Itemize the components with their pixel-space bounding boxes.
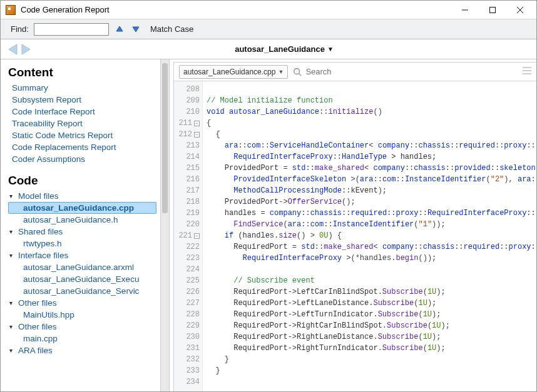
- code-search-input[interactable]: [305, 67, 518, 76]
- page-dropdown[interactable]: autosar_LaneGuidance ▼: [38, 44, 530, 54]
- chevron-down-icon: ▼: [278, 69, 284, 75]
- sidebar-file[interactable]: rtwtypes.h: [8, 238, 156, 249]
- sidebar-link[interactable]: Summary: [8, 82, 156, 94]
- sidebar-link[interactable]: Static Code Metrics Report: [8, 129, 156, 141]
- sidebar-link[interactable]: Code Replacements Report: [8, 141, 156, 153]
- chevron-down-icon: ▾: [9, 323, 16, 330]
- fold-toggle[interactable]: −: [194, 121, 200, 126]
- find-label: Find:: [7, 24, 29, 34]
- gutter-line: 211−: [174, 118, 200, 129]
- gutter-line: 224: [174, 264, 200, 275]
- sub-header: autosar_LaneGuidance ▼: [1, 39, 536, 59]
- editor-toolbar: autosar_LaneGuidance.cpp ▼: [174, 63, 536, 81]
- find-next-button[interactable]: [130, 24, 141, 35]
- code-line: // Subscribe event: [207, 275, 533, 286]
- fold-toggle[interactable]: −: [194, 233, 200, 239]
- sidebar-group-label: Model files: [18, 191, 59, 201]
- svg-marker-5: [133, 27, 139, 32]
- chevron-down-icon: ▾: [9, 252, 16, 259]
- gutter-line: 230: [174, 331, 200, 343]
- nav-back-button[interactable]: [7, 43, 19, 56]
- code-line: RequiredPort->LeftLaneDistance.Subscribe…: [207, 298, 533, 309]
- sidebar-file[interactable]: autosar_LaneGuidance_Execu: [8, 273, 156, 285]
- sidebar-group-label: Other files: [18, 322, 57, 331]
- sidebar-group[interactable]: ▾ARA files: [8, 344, 156, 356]
- code-line: // Model initialize function: [207, 95, 533, 106]
- sidebar-group[interactable]: ▾Interface files: [8, 249, 156, 261]
- minimize-button[interactable]: [451, 1, 479, 19]
- sidebar-scrollbar[interactable]: [160, 59, 169, 391]
- gutter-line: 209: [174, 95, 200, 106]
- maximize-button[interactable]: [479, 1, 506, 19]
- match-case-toggle[interactable]: Match Case: [146, 24, 193, 34]
- nav-forward-button[interactable]: [19, 43, 32, 56]
- code-line: }: [207, 354, 533, 365]
- gutter-line: 219: [174, 208, 200, 219]
- code-line: ProvidedInterfaceSkeleton >(ara::com::In…: [207, 174, 533, 185]
- code-line: RequiredPort->LeftCarInBlindSpot.Subscri…: [207, 286, 533, 298]
- sidebar-group[interactable]: ▾Other files: [8, 297, 156, 309]
- svg-marker-6: [9, 44, 17, 54]
- code-line: [207, 84, 533, 95]
- sidebar-heading-content: Content: [8, 66, 156, 79]
- gutter-line: 212−: [174, 129, 200, 140]
- close-button[interactable]: [506, 1, 534, 19]
- window-title: Code Generation Report: [21, 5, 110, 14]
- sidebar-file[interactable]: autosar_LaneGuidance.h: [8, 214, 156, 226]
- find-prev-button[interactable]: [114, 24, 125, 35]
- code-editor[interactable]: 208209210211−212−21321421521621721821922…: [174, 81, 536, 391]
- gutter-line: 233: [174, 365, 200, 376]
- sidebar-file[interactable]: autosar_LaneGuidance_Servic: [8, 285, 156, 297]
- code-content: // Model initialize functionvoid autosar…: [203, 81, 536, 391]
- sidebar-link[interactable]: Subsystem Report: [8, 94, 156, 106]
- gutter-line: 218: [174, 196, 200, 208]
- sidebar-link[interactable]: Traceability Report: [8, 118, 156, 129]
- code-line: RequiredInterfaceProxy::HandleType > han…: [207, 151, 533, 163]
- app-icon: [6, 5, 16, 15]
- sidebar-link[interactable]: Code Interface Report: [8, 106, 156, 118]
- sidebar-heading-code: Code: [8, 174, 156, 188]
- sidebar-group[interactable]: ▾Shared files: [8, 226, 156, 238]
- editor-menu-button[interactable]: [523, 67, 531, 76]
- fold-toggle[interactable]: −: [194, 132, 200, 138]
- svg-rect-1: [490, 7, 496, 13]
- svg-line-9: [299, 73, 302, 76]
- svg-marker-7: [22, 44, 30, 54]
- sidebar-scroll-thumb[interactable]: [162, 63, 168, 213]
- chevron-down-icon: ▾: [9, 193, 16, 199]
- chevron-down-icon: ▼: [327, 46, 334, 53]
- page-title: autosar_LaneGuidance: [235, 44, 325, 54]
- code-line: RequiredInterfaceProxy >(*handles.begin(…: [207, 253, 533, 264]
- gutter-line: 225: [174, 275, 200, 286]
- code-line: ProvidedPort = std::make_shared< company…: [207, 163, 533, 174]
- sidebar-group[interactable]: ▾Other files: [8, 321, 156, 333]
- sidebar-group[interactable]: ▾Model files: [8, 190, 156, 202]
- sidebar-group-label: Interface files: [18, 251, 68, 260]
- gutter-line: 232: [174, 354, 200, 365]
- sidebar-file[interactable]: autosar_LaneGuidance.arxml: [8, 261, 156, 273]
- gutter-line: 213: [174, 140, 200, 151]
- sidebar-file[interactable]: autosar_LaneGuidance.cpp: [8, 202, 156, 214]
- code-line: handles = company::chassis::required::pr…: [207, 208, 533, 219]
- sidebar-link[interactable]: Coder Assumptions: [8, 153, 156, 165]
- sidebar-file[interactable]: MainUtils.hpp: [8, 309, 156, 321]
- gutter-line: 231: [174, 343, 200, 354]
- file-dropdown-label: autosar_LaneGuidance.cpp: [183, 68, 275, 76]
- gutter-line: 222: [174, 241, 200, 253]
- code-line: MethodCallProcessingMode::kEvent);: [207, 185, 533, 196]
- code-line: if (handles.size() > 0U) {: [207, 230, 533, 241]
- sidebar-group-label: Shared files: [18, 227, 63, 236]
- code-line: {: [207, 118, 533, 129]
- gutter-line: 223: [174, 253, 200, 264]
- sidebar-group-label: Other files: [18, 298, 57, 308]
- find-input[interactable]: [34, 23, 109, 36]
- sidebar-file[interactable]: main.cpp: [8, 333, 156, 344]
- gutter-line: 217: [174, 185, 200, 196]
- file-dropdown[interactable]: autosar_LaneGuidance.cpp ▼: [179, 65, 288, 79]
- code-line: RequiredPort->RightTurnIndicator.Subscri…: [207, 343, 533, 354]
- gutter-line: 234: [174, 376, 200, 388]
- gutter-line: 226: [174, 286, 200, 298]
- code-line: RequiredPort = std::make_shared< company…: [207, 241, 533, 253]
- chevron-down-icon: ▾: [9, 299, 16, 306]
- sidebar: ContentSummarySubsystem ReportCode Inter…: [1, 59, 160, 391]
